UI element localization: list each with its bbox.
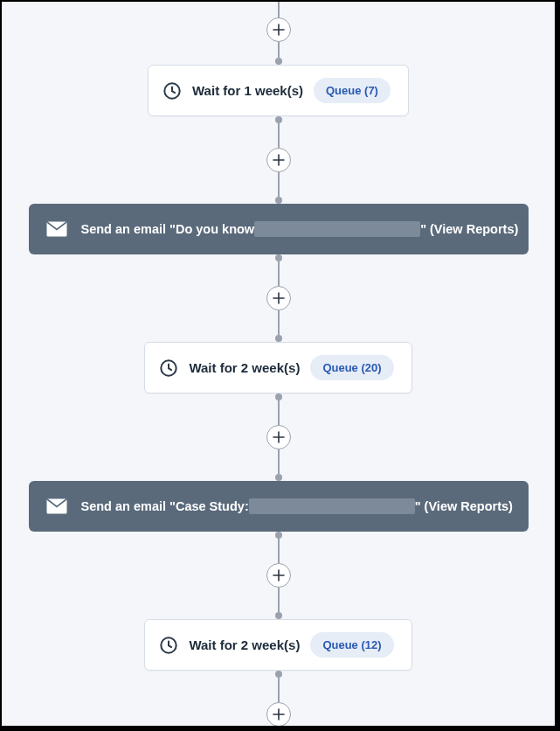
email-prefix: Send an email "Case Study:	[81, 499, 249, 513]
connector-line	[278, 42, 280, 58]
wait-step-card[interactable]: Wait for 1 week(s) Queue (7)	[148, 65, 409, 116]
email-prefix: Send an email "Do you know	[81, 222, 255, 236]
connector	[275, 116, 282, 148]
plus-icon	[273, 431, 285, 443]
clock-icon	[159, 359, 178, 378]
email-step-card[interactable]: Send an email "Case Study: " (View Repor…	[29, 481, 529, 532]
redacted-text	[249, 498, 415, 514]
connector-line	[278, 400, 280, 425]
connector	[275, 532, 282, 563]
connector-dot	[275, 254, 282, 261]
wait-step-label: Wait for 2 week(s)	[189, 637, 300, 652]
plus-icon	[273, 569, 285, 581]
wait-step-label: Wait for 1 week(s)	[192, 83, 303, 98]
mail-icon	[46, 498, 67, 514]
plus-icon	[273, 292, 285, 304]
workflow-canvas: Wait for 1 week(s) Queue (7) Send an ema…	[0, 0, 557, 728]
connector-dot	[275, 671, 282, 678]
connector	[275, 588, 282, 619]
email-suffix: " (View Reports)	[420, 222, 518, 236]
connector-dot	[275, 116, 282, 123]
connector-line	[278, 449, 280, 474]
connector-dot	[275, 335, 282, 342]
plus-icon	[273, 24, 285, 36]
queue-badge[interactable]: Queue (12)	[310, 632, 393, 658]
connector-dot	[275, 532, 282, 539]
add-step-button[interactable]	[266, 148, 291, 172]
connector	[275, 42, 282, 65]
add-step-button[interactable]	[266, 702, 291, 727]
workflow-flow: Wait for 1 week(s) Queue (7) Send an ema…	[2, 2, 555, 728]
add-step-button[interactable]	[266, 286, 291, 310]
connector-line	[278, 310, 280, 335]
connector	[275, 671, 282, 702]
add-step-button[interactable]	[266, 425, 291, 449]
connector-dot	[275, 474, 282, 481]
redacted-text	[254, 221, 420, 237]
connector-dot	[275, 393, 282, 400]
connector-dot	[275, 612, 282, 619]
connector-line	[278, 678, 280, 702]
connector	[275, 393, 282, 425]
connector-line	[278, 261, 280, 286]
queue-badge[interactable]: Queue (20)	[310, 355, 393, 380]
connector	[275, 172, 282, 204]
connector	[275, 254, 282, 286]
email-step-text: Send an email "Do you know " (View Repor…	[81, 221, 519, 237]
clock-icon	[159, 636, 178, 655]
connector-line	[278, 539, 280, 563]
wait-step-card[interactable]: Wait for 2 week(s) Queue (12)	[144, 619, 411, 671]
connector	[275, 310, 282, 342]
plus-icon	[273, 154, 285, 166]
connector-line	[278, 727, 280, 728]
connector-line	[278, 2, 280, 17]
add-step-button[interactable]	[266, 563, 291, 588]
queue-badge[interactable]: Queue (7)	[314, 78, 391, 103]
connector-line	[278, 588, 280, 612]
mail-icon	[46, 221, 67, 237]
connector	[278, 2, 280, 17]
connector-line	[278, 123, 280, 148]
connector	[275, 449, 282, 481]
email-step-card[interactable]: Send an email "Do you know " (View Repor…	[29, 204, 529, 254]
email-suffix: " (View Reports)	[415, 499, 513, 513]
wait-step-label: Wait for 2 week(s)	[189, 360, 300, 375]
wait-step-card[interactable]: Wait for 2 week(s) Queue (20)	[144, 342, 411, 393]
plus-icon	[273, 708, 285, 721]
connector	[275, 727, 282, 728]
connector-line	[278, 172, 280, 197]
clock-icon	[162, 81, 182, 101]
connector-dot	[275, 58, 282, 65]
add-step-button[interactable]	[266, 17, 291, 42]
email-step-text: Send an email "Case Study: " (View Repor…	[81, 498, 513, 514]
connector-dot	[275, 197, 282, 204]
